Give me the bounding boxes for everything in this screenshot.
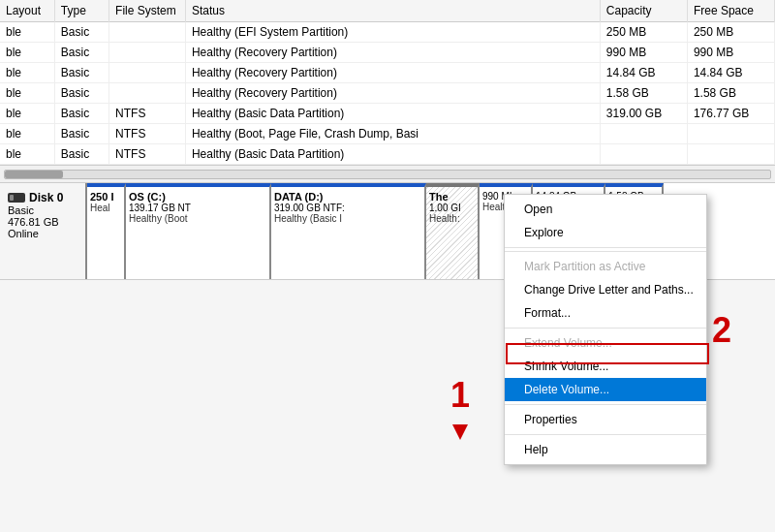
context-menu-item-format---[interactable]: Format... <box>505 301 706 325</box>
context-menu: OpenExploreMark Partition as ActiveChang… <box>504 194 707 465</box>
context-menu-divider <box>505 251 706 252</box>
disk-0-type: Basic <box>8 204 78 216</box>
partition-size: 1.00 GI <box>429 203 475 213</box>
cell-layout: ble <box>0 83 54 104</box>
table-row[interactable]: ble Basic NTFS Healthy (Basic Data Parti… <box>0 104 775 124</box>
col-header-filesystem: File System <box>109 0 186 22</box>
partition-block[interactable]: The 1.00 GI Health: <box>426 183 480 279</box>
cell-fs: NTFS <box>109 104 186 124</box>
partition-type: Healthy (Boot <box>129 213 266 224</box>
partition-block[interactable]: OS (C:) 139.17 GB NT Healthy (Boot <box>126 183 271 279</box>
cell-type: Basic <box>54 144 108 165</box>
disk-0-status: Online <box>8 228 78 239</box>
cell-fs <box>109 22 186 43</box>
cell-free <box>687 144 774 165</box>
cell-fs <box>109 63 186 83</box>
table-header-row: Layout Type File System Status Capacity … <box>0 0 775 22</box>
cell-fs: NTFS <box>109 144 186 165</box>
table-row[interactable]: ble Basic Healthy (Recovery Partition) 1… <box>0 63 775 83</box>
table-row[interactable]: ble Basic Healthy (EFI System Partition)… <box>0 22 775 43</box>
cell-capacity: 14.84 GB <box>600 63 687 83</box>
context-menu-item-extend-volume---: Extend Volume... <box>505 331 706 355</box>
context-menu-item-open[interactable]: Open <box>505 198 706 221</box>
partition-name: 250 I <box>90 191 121 203</box>
disk-management-window: Layout Type File System Status Capacity … <box>0 0 775 532</box>
disk-0-title: Disk 0 <box>29 191 63 204</box>
cell-fs <box>109 43 186 63</box>
cell-free: 1.58 GB <box>687 83 774 104</box>
context-menu-item-mark-partition-as-active: Mark Partition as Active <box>505 255 706 278</box>
annotation-arrow-down-1 <box>452 424 468 440</box>
context-menu-divider <box>505 247 706 248</box>
partition-name: OS (C:) <box>129 191 266 203</box>
cell-status: Healthy (Basic Data Partition) <box>185 104 600 124</box>
cell-fs: NTFS <box>109 124 186 144</box>
context-menu-item-delete-volume---[interactable]: Delete Volume... <box>505 378 706 401</box>
col-header-type: Type <box>54 0 108 22</box>
cell-fs <box>109 83 186 104</box>
cell-free: 14.84 GB <box>687 63 774 83</box>
context-menu-item-shrink-volume---[interactable]: Shrink Volume... <box>505 355 706 378</box>
cell-type: Basic <box>54 63 108 83</box>
table-body: ble Basic Healthy (EFI System Partition)… <box>0 22 775 165</box>
partition-type: Health: <box>429 213 475 224</box>
scroll-track[interactable] <box>4 170 771 179</box>
cell-type: Basic <box>54 104 108 124</box>
context-menu-divider <box>505 328 706 329</box>
disk-icon <box>8 193 25 203</box>
partition-size: 139.17 GB NT <box>129 203 266 213</box>
context-menu-divider <box>505 404 706 405</box>
cell-status: Healthy (Basic Data Partition) <box>185 144 600 165</box>
cell-type: Basic <box>54 83 108 104</box>
context-menu-item-help[interactable]: Help <box>505 438 706 461</box>
cell-capacity: 250 MB <box>600 22 687 43</box>
cell-layout: ble <box>0 43 54 63</box>
cell-status: Healthy (Recovery Partition) <box>185 63 600 83</box>
partition-size: 319.00 GB NTF: <box>274 203 421 213</box>
cell-status: Healthy (EFI System Partition) <box>185 22 600 43</box>
col-header-freespace: Free Space <box>687 0 774 22</box>
cell-free: 250 MB <box>687 22 774 43</box>
context-menu-item-explore[interactable]: Explore <box>505 221 706 244</box>
cell-layout: ble <box>0 22 54 43</box>
cell-capacity <box>600 144 687 165</box>
partition-type: Healthy (Basic I <box>274 213 421 224</box>
cell-type: Basic <box>54 124 108 144</box>
cell-layout: ble <box>0 144 54 165</box>
annotation-arrow-2: 2 <box>712 310 731 351</box>
partition-name: The <box>429 191 475 203</box>
cell-free: 990 MB <box>687 43 774 63</box>
col-header-layout: Layout <box>0 0 54 22</box>
partition-type: Heal <box>90 203 121 213</box>
cell-layout: ble <box>0 63 54 83</box>
table-row[interactable]: ble Basic Healthy (Recovery Partition) 9… <box>0 43 775 63</box>
context-menu-item-properties[interactable]: Properties <box>505 408 706 431</box>
cell-capacity: 990 MB <box>600 43 687 63</box>
context-menu-item-change-drive-letter-and-paths---[interactable]: Change Drive Letter and Paths... <box>505 278 706 301</box>
cell-free <box>687 124 774 144</box>
partition-name: DATA (D:) <box>274 191 421 203</box>
cell-type: Basic <box>54 43 108 63</box>
disk-0-label: Disk 0 Basic 476.81 GB Online <box>0 183 87 279</box>
horizontal-scrollbar[interactable] <box>0 166 775 183</box>
cell-layout: ble <box>0 104 54 124</box>
disk-0-name: Disk 0 <box>8 191 78 204</box>
cell-type: Basic <box>54 22 108 43</box>
disk-0-size: 476.81 GB <box>8 216 78 228</box>
table-row[interactable]: ble Basic Healthy (Recovery Partition) 1… <box>0 83 775 104</box>
cell-status: Healthy (Recovery Partition) <box>185 83 600 104</box>
scroll-thumb[interactable] <box>5 171 63 178</box>
cell-status: Healthy (Recovery Partition) <box>185 43 600 63</box>
partition-block[interactable]: 250 I Heal <box>87 183 126 279</box>
partition-block[interactable]: DATA (D:) 319.00 GB NTF: Healthy (Basic … <box>271 183 426 279</box>
annotation-arrow-1: 1 <box>450 375 470 416</box>
col-header-capacity: Capacity <box>600 0 687 22</box>
volume-table: Layout Type File System Status Capacity … <box>0 0 775 165</box>
cell-status: Healthy (Boot, Page File, Crash Dump, Ba… <box>185 124 600 144</box>
col-header-status: Status <box>185 0 600 22</box>
table-row[interactable]: ble Basic NTFS Healthy (Basic Data Parti… <box>0 144 775 165</box>
cell-capacity: 1.58 GB <box>600 83 687 104</box>
context-menu-divider <box>505 434 706 435</box>
table-row[interactable]: ble Basic NTFS Healthy (Boot, Page File,… <box>0 124 775 144</box>
cell-capacity: 319.00 GB <box>600 104 687 124</box>
